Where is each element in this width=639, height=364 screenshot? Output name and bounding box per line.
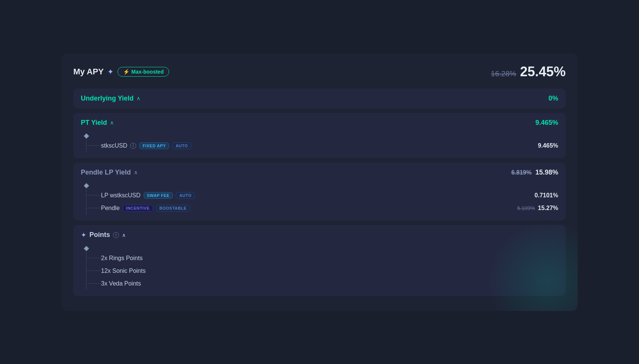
underlying-yield-chevron: ∧	[137, 95, 140, 101]
incentive-badge: INCENTIVE	[123, 205, 153, 212]
tree-diamond-points	[84, 246, 89, 251]
points-children: 2x Rings Points 12x Sonic Points	[86, 252, 558, 290]
lp-wstkscusd-content: LP wstkscUSD SWAP FEE AUTO 0.7101%	[101, 189, 558, 202]
auto-badge-lp: AUTO	[176, 192, 195, 199]
apy-old-value: 16.28%	[491, 70, 516, 78]
badge-label: Max-boosted	[131, 69, 163, 75]
auto-badge-pt: AUTO	[172, 142, 191, 149]
tree-child-pendle: Pendle INCENTIVE BOOSTABLE 6.109% 15.27%	[86, 202, 558, 215]
pendle-lp-body: LP wstkscUSD SWAP FEE AUTO 0.7101%	[73, 182, 566, 220]
main-card: My APY ✦ ⚡ Max-boosted 16.28% 25.45% Und…	[61, 53, 578, 311]
pendle-lp-value-old: 6.819%	[511, 169, 532, 176]
fixed-apy-badge: FIXED APY	[139, 142, 169, 149]
pendle-lp-value: 15.98%	[535, 169, 558, 176]
sonic-row: 12x Sonic Points	[101, 265, 558, 277]
max-boosted-badge[interactable]: ⚡ Max-boosted	[117, 67, 169, 77]
points-title: Points	[89, 231, 110, 239]
pendle-content: Pendle INCENTIVE BOOSTABLE 6.109% 15.27%	[101, 202, 558, 215]
tree-diamond	[84, 133, 89, 138]
pt-yield-children: stkscUSD i FIXED APY AUTO 9.465%	[86, 139, 558, 152]
sparkle-icon: ✦	[107, 67, 114, 76]
tree-child-stkscusd: stkscUSD i FIXED APY AUTO 9.465%	[86, 139, 558, 152]
boostable-badge: BOOSTABLE	[156, 205, 190, 212]
pt-yield-title: PT Yield	[81, 119, 107, 127]
stkscusd-left: stkscUSD i FIXED APY AUTO	[101, 142, 191, 149]
lp-wstkscusd-row: LP wstkscUSD SWAP FEE AUTO 0.7101%	[101, 189, 558, 202]
lp-wstkscusd-name: LP wstkscUSD	[101, 192, 141, 199]
rings-content: 2x Rings Points	[101, 252, 558, 265]
tree-line	[86, 145, 101, 146]
pt-yield-title-group: PT Yield ∧	[81, 119, 114, 127]
pendle-lp-section: Pendle LP Yield ∧ 6.819% 15.98%	[73, 163, 566, 220]
pendle-lp-header[interactable]: Pendle LP Yield ∧ 6.819% 15.98%	[73, 163, 566, 182]
points-title-group: ✦ Points i ∧	[81, 231, 126, 239]
pendle-left: Pendle INCENTIVE BOOSTABLE	[101, 205, 190, 212]
tree-diamond-lp	[84, 183, 89, 188]
tree-line-rings	[86, 258, 101, 258]
points-body: 2x Rings Points 12x Sonic Points	[73, 245, 566, 296]
pendle-value-group: 6.109% 15.27%	[517, 205, 558, 212]
pendle-lp-children: LP wstkscUSD SWAP FEE AUTO 0.7101%	[86, 189, 558, 215]
pendle-value: 15.27%	[538, 205, 558, 212]
veda-row: 3x Veda Points	[101, 277, 558, 290]
rings-label: 2x Rings Points	[101, 255, 143, 262]
pt-yield-header[interactable]: PT Yield ∧ 9.465%	[73, 113, 566, 133]
points-section: ✦ Points i ∧ 2x Rings Points	[73, 225, 566, 296]
stkscusd-row: stkscUSD i FIXED APY AUTO 9.465%	[101, 139, 558, 152]
underlying-yield-section: Underlying Yield ∧ 0%	[73, 89, 566, 108]
tree-line-veda	[86, 283, 101, 284]
points-info-icon[interactable]: i	[113, 232, 119, 238]
tree-child-rings: 2x Rings Points	[86, 252, 558, 265]
sonic-content: 12x Sonic Points	[101, 265, 558, 277]
lp-wstkscusd-left: LP wstkscUSD SWAP FEE AUTO	[101, 192, 195, 199]
pt-yield-value: 9.465%	[535, 119, 558, 127]
pt-yield-chevron: ∧	[110, 120, 114, 126]
stkscusd-info-icon[interactable]: i	[130, 143, 136, 149]
pt-yield-tree: stkscUSD i FIXED APY AUTO 9.465%	[81, 134, 558, 152]
lp-wstkscusd-value: 0.7101%	[535, 192, 558, 199]
tree-line-lp2	[86, 208, 101, 208]
pendle-lp-title: Pendle LP Yield	[81, 169, 131, 176]
pt-yield-body: stkscUSD i FIXED APY AUTO 9.465%	[73, 133, 566, 158]
pendle-lp-tree: LP wstkscUSD SWAP FEE AUTO 0.7101%	[81, 184, 558, 215]
sonic-label: 12x Sonic Points	[101, 268, 146, 274]
stkscusd-value: 9.465%	[538, 142, 558, 149]
tree-child-sonic: 12x Sonic Points	[86, 265, 558, 277]
underlying-yield-header[interactable]: Underlying Yield ∧ 0%	[73, 89, 566, 108]
pendle-row: Pendle INCENTIVE BOOSTABLE 6.109% 15.27%	[101, 202, 558, 215]
tree-line-lp1	[86, 195, 101, 195]
tree-child-lp-wstkscusd: LP wstkscUSD SWAP FEE AUTO 0.7101%	[86, 189, 558, 202]
page-title: My APY	[73, 67, 104, 77]
pendle-lp-title-group: Pendle LP Yield ∧	[81, 169, 138, 176]
underlying-yield-title-group: Underlying Yield ∧	[81, 95, 140, 102]
points-sparkle-icon: ✦	[81, 231, 86, 239]
tree-line-sonic	[86, 271, 101, 271]
pendle-name: Pendle	[101, 205, 120, 212]
lightning-icon: ⚡	[123, 69, 129, 75]
apy-main-value: 25.45%	[520, 64, 566, 80]
pendle-lp-chevron: ∧	[134, 169, 138, 175]
pendle-lp-value-group: 6.819% 15.98%	[511, 169, 558, 176]
points-chevron: ∧	[122, 232, 126, 238]
header-left: My APY ✦ ⚡ Max-boosted	[73, 67, 169, 77]
tree-child-content: stkscUSD i FIXED APY AUTO 9.465%	[101, 139, 558, 152]
underlying-yield-title: Underlying Yield	[81, 95, 134, 102]
pt-yield-section: PT Yield ∧ 9.465% stkscUSD	[73, 113, 566, 158]
tree-child-veda: 3x Veda Points	[86, 277, 558, 290]
rings-row: 2x Rings Points	[101, 252, 558, 265]
pendle-value-old: 6.109%	[517, 205, 535, 211]
header: My APY ✦ ⚡ Max-boosted 16.28% 25.45%	[73, 64, 566, 80]
veda-label: 3x Veda Points	[101, 280, 141, 287]
header-right: 16.28% 25.45%	[491, 64, 566, 80]
points-tree: 2x Rings Points 12x Sonic Points	[81, 247, 558, 290]
swap-fee-badge: SWAP FEE	[144, 192, 173, 199]
veda-content: 3x Veda Points	[101, 277, 558, 290]
points-header[interactable]: ✦ Points i ∧	[73, 225, 566, 245]
underlying-yield-value: 0%	[548, 95, 558, 102]
stkscusd-name: stkscUSD	[101, 142, 127, 149]
